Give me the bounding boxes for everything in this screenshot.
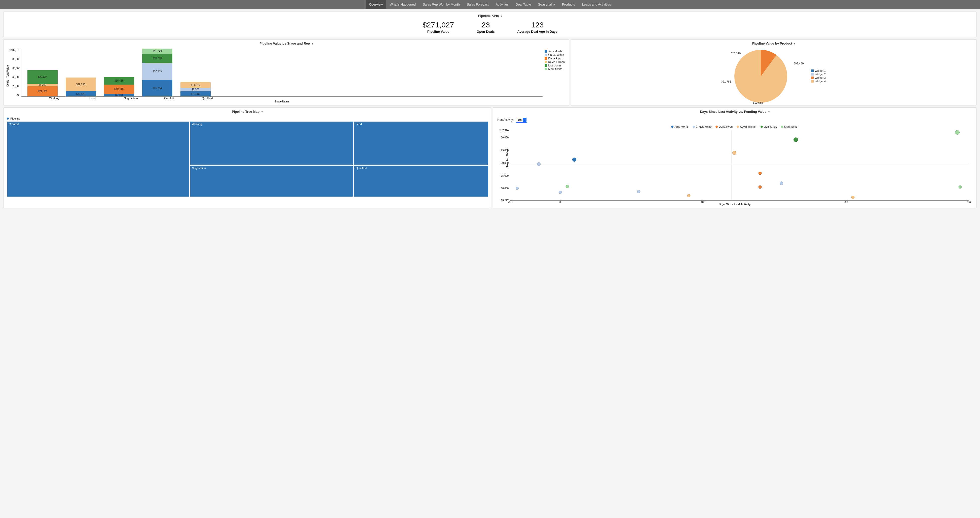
scatter-point[interactable] [558, 191, 562, 194]
legend-dot-icon [716, 126, 718, 128]
legend-item[interactable]: Widget 2 [811, 73, 830, 76]
bar-lead[interactable]: $10,580$29,795 [66, 78, 96, 96]
legend-item[interactable]: Mark Smith [781, 125, 798, 128]
scatter-y-tick: 10,000 [501, 187, 509, 190]
tree-card-title-text: Pipeline Tree Map [232, 110, 259, 113]
scatter-point[interactable] [537, 163, 541, 166]
bar-negotiation[interactable]: $5,959$19,418$16,416 [104, 77, 134, 96]
bar-seg[interactable]: $37,335 [142, 63, 172, 80]
legend-item[interactable]: Amy Morris [545, 50, 565, 53]
nav-tab-sales-forecast[interactable]: Sales Forecast [463, 0, 492, 9]
kpi-average-deal-age-in-days: 123Average Deal Age in Days [517, 21, 557, 33]
legend-item[interactable]: Widget 3 [811, 76, 830, 79]
tree-cell-negotiation[interactable]: Negotiation [190, 165, 353, 197]
legend-item[interactable]: Chuck White [545, 53, 565, 56]
tree-cell-qualified[interactable]: Qualified [354, 165, 488, 197]
bar-chart-card: Pipeline Value by Stage and Rep ▾ Deals … [3, 39, 569, 105]
bar-seg[interactable]: $11,249 [142, 49, 172, 54]
treemap: Created Working Lead Negotiation Qualifi… [7, 121, 488, 196]
scatter-point[interactable] [732, 151, 737, 155]
legend-item[interactable]: Chuck White [693, 125, 711, 128]
scatter-x-tick: -35 [508, 201, 512, 204]
bar-seg[interactable]: $10,580 [180, 91, 211, 96]
bar-seg[interactable]: $5,959 [104, 94, 134, 96]
legend-item[interactable]: Widget 1 [811, 69, 830, 72]
nav-tab-sales-rep-won-by-month[interactable]: Sales Rep Won by Month [419, 0, 463, 9]
nav-tab-overview[interactable]: Overview [366, 0, 386, 9]
tree-cell-created[interactable]: Created [7, 121, 189, 197]
caret-down-icon: ▾ [794, 42, 795, 45]
bar-seg[interactable]: $18,788 [142, 54, 172, 63]
bar-card-title[interactable]: Pipeline Value by Stage and Rep ▾ [4, 40, 569, 47]
scatter-point[interactable] [759, 171, 762, 175]
kpi-card-title[interactable]: Pipeline KPIs ▾ [4, 12, 976, 20]
kpi-value: 123 [517, 21, 557, 29]
scatter-point[interactable] [687, 194, 690, 197]
bar-seg[interactable]: $29,795 [66, 78, 96, 91]
caret-down-icon: ▾ [768, 110, 770, 113]
scatter-y-tick: $32,914 [500, 129, 509, 132]
legend-label: Amy Morris [675, 125, 689, 128]
legend-item[interactable]: Dana Ryan [545, 57, 565, 60]
bar-seg[interactable]: $19,418 [104, 84, 134, 94]
scatter-point[interactable] [566, 185, 569, 188]
scatter-point[interactable] [637, 190, 640, 193]
tree-cell-lead[interactable]: Lead [354, 121, 488, 165]
legend-item[interactable]: Dana Ryan [716, 125, 733, 128]
bar-seg[interactable]: $5,290 [27, 84, 57, 86]
legend-label: Chuck White [696, 125, 711, 128]
scatter-point[interactable] [572, 158, 576, 162]
scatter-point[interactable] [515, 187, 519, 190]
pie-card-title[interactable]: Pipeline Value by Product ▾ [571, 40, 976, 47]
scatter-card-title[interactable]: Days Since Last Activity vs. Pending Val… [493, 108, 976, 116]
nav-tab-activities[interactable]: Activities [492, 0, 512, 9]
nav-tab-leads-and-activities[interactable]: Leads and Activities [579, 0, 614, 9]
legend-label: Kevin Tillman [548, 61, 565, 64]
scatter-x-tick: 286 [967, 201, 971, 204]
nav-tab-deal-table[interactable]: Deal Table [512, 0, 535, 9]
bar-seg[interactable]: $35,204 [142, 80, 172, 96]
has-activity-select[interactable]: Yes [515, 117, 527, 123]
nav-tab-what-s-happened[interactable]: What's Happened [386, 0, 419, 9]
pie-label-w3: 321,786 [721, 80, 731, 83]
legend-item[interactable]: Amy Morris [671, 125, 689, 128]
bar-qualified[interactable]: $10,580$8,208$11,249 [180, 82, 211, 96]
scatter-point[interactable] [780, 182, 783, 185]
legend-item[interactable]: Lisa Jones [760, 125, 777, 128]
nav-tab-seasonality[interactable]: Seasonality [535, 0, 558, 9]
scatter-point[interactable] [958, 185, 962, 189]
scatter-point[interactable] [794, 137, 798, 142]
legend-swatch-icon [545, 61, 547, 63]
bar-working[interactable]: $21,829$5,290$29,127 [27, 70, 57, 96]
scatter-point[interactable] [759, 185, 762, 189]
bar-created[interactable]: $35,204$37,335$18,788$11,249 [142, 49, 172, 96]
nav-tab-products[interactable]: Products [558, 0, 578, 9]
tree-cell-working[interactable]: Working [190, 121, 353, 165]
bar-x-axis-label: Stage Name [21, 100, 543, 103]
kpi-label: Average Deal Age in Days [517, 30, 557, 33]
legend-item[interactable]: Widget 4 [811, 80, 830, 83]
bar-seg[interactable]: $16,416 [104, 77, 134, 84]
legend-label: Chuck White [548, 53, 564, 56]
scatter-point[interactable] [955, 130, 959, 135]
legend-label: Amy Morris [548, 50, 562, 53]
bar-seg[interactable]: $11,249 [180, 82, 211, 88]
scatter-x-axis-label: Days Since Last Activity [493, 202, 976, 208]
bar-legend: Amy MorrisChuck WhiteDana RyanKevin Till… [542, 49, 566, 103]
bar-y-ticks: $102,57680,00060,00040,00020,000$0 [10, 49, 21, 97]
legend-item[interactable]: Kevin Tillman [545, 61, 565, 64]
legend-swatch-icon [811, 77, 814, 79]
legend-item[interactable]: Lisa Jones [545, 64, 565, 67]
legend-item[interactable]: Mark Smith [545, 67, 565, 70]
legend-item[interactable]: Kevin Tillman [737, 125, 756, 128]
legend-label: Widget 1 [815, 69, 826, 72]
pie-label-w1: 592,480 [794, 62, 804, 65]
bar-seg[interactable]: $21,829 [27, 86, 57, 96]
bar-seg[interactable]: $8,208 [180, 88, 211, 91]
scatter-point[interactable] [851, 196, 855, 199]
legend-dot-icon [737, 126, 739, 128]
bar-seg[interactable]: $29,127 [27, 70, 57, 84]
tree-card-title[interactable]: Pipeline Tree Map ▾ [4, 108, 491, 116]
bar-seg[interactable]: $10,580 [66, 91, 96, 96]
kpi-value: $271,027 [423, 21, 454, 29]
